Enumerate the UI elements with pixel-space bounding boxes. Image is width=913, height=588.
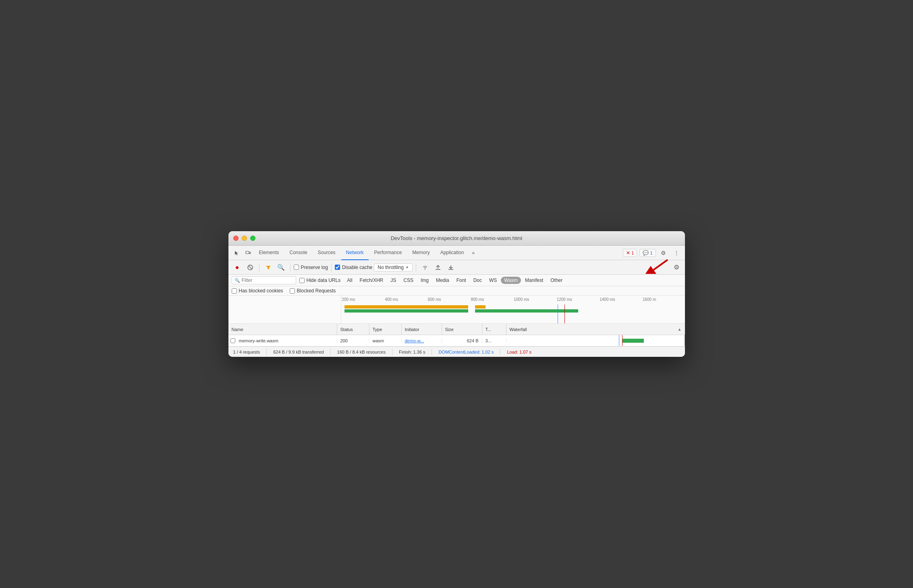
maximize-button[interactable] [250, 236, 255, 241]
toolbar-divider-4 [416, 263, 416, 271]
hide-data-urls-checkbox[interactable]: Hide data URLs [299, 277, 341, 283]
wf-line-load [564, 304, 565, 323]
blocked-cookies-checkbox[interactable]: Has blocked cookies [232, 288, 283, 294]
filter-tab-other[interactable]: Other [547, 277, 566, 284]
svg-line-3 [249, 266, 252, 269]
tab-console[interactable]: Console [285, 246, 312, 260]
blocked-cookies-input[interactable] [232, 288, 237, 294]
status-divider-4 [432, 349, 432, 355]
tab-application[interactable]: Application [436, 246, 469, 260]
filter-tab-media[interactable]: Media [433, 277, 452, 284]
tab-right-actions: ✕ 1 💬 1 ⚙ ⋮ [623, 248, 681, 258]
record-button[interactable]: ● [232, 262, 243, 273]
filter-tab-img[interactable]: Img [417, 277, 432, 284]
status-divider-2 [330, 349, 331, 355]
close-button[interactable] [233, 236, 239, 241]
minimize-button[interactable] [242, 236, 247, 241]
status-divider-3 [392, 349, 392, 355]
search-icon[interactable]: 🔍 [276, 262, 287, 273]
wf-label-600: 600 ms [427, 297, 470, 302]
filter-icon[interactable] [263, 262, 274, 273]
status-divider-5 [500, 349, 500, 355]
throttle-select[interactable]: No throttling ▼ [374, 263, 413, 271]
td-initiator[interactable]: demo-w... [402, 338, 442, 343]
blocked-requests-checkbox[interactable]: Blocked Requests [290, 288, 336, 294]
filter-tab-wasm[interactable]: Wasm [501, 277, 521, 284]
tab-network[interactable]: Network [341, 246, 369, 260]
filter-tab-fetchxhr[interactable]: Fetch/XHR [357, 277, 387, 284]
filter-tab-ws[interactable]: WS [486, 277, 500, 284]
filter-type-tabs: All Fetch/XHR JS CSS Img Media Font Doc … [344, 277, 566, 284]
waterfall-chart: 200 ms 400 ms 600 ms 800 ms 1000 ms 1200… [341, 296, 685, 323]
toolbar-divider-2 [290, 263, 290, 271]
th-type[interactable]: Type [369, 324, 402, 335]
filter-input-wrapper: 🔍 [232, 276, 296, 284]
wf-label-200: 200 ms [341, 297, 384, 302]
more-tabs-button[interactable]: » [469, 250, 477, 256]
row-checkbox-cell [228, 338, 237, 343]
table-row[interactable]: memory-write.wasm 200 wasm demo-w... 624… [228, 335, 685, 346]
status-divider-1 [266, 349, 267, 355]
error-badge[interactable]: ✕ 1 [623, 249, 637, 257]
red-arrow-annotation [645, 262, 670, 273]
wifi-icon[interactable] [419, 262, 431, 273]
traffic-lights [233, 236, 255, 241]
preserve-log-checkbox[interactable]: Preserve log [294, 265, 328, 270]
tab-bar: Elements Console Sources Network Perform… [228, 246, 685, 260]
hide-data-urls-input[interactable] [299, 278, 305, 283]
th-waterfall[interactable]: Waterfall ▲ [506, 324, 685, 335]
th-status[interactable]: Status [337, 324, 369, 335]
filter-tab-js[interactable]: JS [387, 277, 399, 284]
svg-rect-0 [246, 251, 249, 254]
waterfall-overview: 200 ms 400 ms 600 ms 800 ms 1000 ms 1200… [228, 296, 685, 324]
preserve-log-input[interactable] [294, 265, 299, 270]
filter-tab-all[interactable]: All [344, 277, 355, 284]
tab-performance[interactable]: Performance [369, 246, 407, 260]
clear-button[interactable] [245, 262, 256, 273]
filter-tab-doc[interactable]: Doc [470, 277, 485, 284]
upload-icon[interactable] [432, 262, 444, 273]
tab-memory[interactable]: Memory [407, 246, 434, 260]
device-toggle-icon[interactable] [243, 248, 253, 258]
table-body: memory-write.wasm 200 wasm demo-w... 624… [228, 335, 685, 346]
window-title: DevTools - memory-inspector.glitch.me/de… [391, 235, 523, 241]
disable-cache-checkbox[interactable]: Disable cache [335, 265, 372, 270]
wf-label-1000: 1000 ms [513, 297, 556, 302]
td-time: 3... [482, 338, 506, 343]
wf-col-line-blue [619, 335, 619, 346]
th-initiator[interactable]: Initiator [402, 324, 442, 335]
row-checkbox[interactable] [230, 338, 235, 343]
more-options-icon[interactable]: ⋮ [671, 248, 682, 258]
wf-bar-orange-2 [475, 305, 486, 308]
filter-tab-font[interactable]: Font [453, 277, 469, 284]
settings-icon[interactable]: ⚙ [658, 248, 669, 258]
requests-count: 1 / 4 requests [233, 350, 260, 354]
filter-input[interactable] [242, 277, 290, 283]
toolbar-divider-3 [331, 263, 332, 271]
filter-bar: 🔍 Hide data URLs All Fetch/XHR JS CSS Im… [228, 275, 685, 286]
waterfall-bars [341, 304, 685, 313]
blocked-requests-input[interactable] [290, 288, 295, 294]
wf-bar-green-2 [475, 309, 578, 313]
disable-cache-input[interactable] [335, 265, 340, 270]
th-name[interactable]: Name [228, 324, 337, 335]
status-bar: 1 / 4 requests 624 B / 9.9 kB transferre… [228, 346, 685, 357]
download-icon[interactable] [445, 262, 456, 273]
network-settings-icon[interactable]: ⚙ [671, 262, 682, 273]
waterfall-left-spacer [228, 296, 341, 323]
tab-sources[interactable]: Sources [313, 246, 340, 260]
td-size: 624 B [442, 338, 482, 343]
filter-tab-manifest[interactable]: Manifest [522, 277, 546, 284]
td-filename: memory-write.wasm [237, 338, 337, 343]
sort-arrow-icon: ▲ [678, 327, 682, 331]
cursor-icon[interactable] [232, 248, 242, 258]
th-size[interactable]: Size [442, 324, 482, 335]
message-badge[interactable]: 💬 1 [639, 249, 656, 257]
filter-tab-css[interactable]: CSS [400, 277, 417, 284]
wf-label-400: 400 ms [384, 297, 427, 302]
th-time[interactable]: T... [482, 324, 506, 335]
wf-label-1600: 1600 m [642, 297, 685, 302]
wf-label-800: 800 ms [470, 297, 513, 302]
td-waterfall [506, 335, 685, 346]
tab-elements[interactable]: Elements [254, 246, 284, 260]
